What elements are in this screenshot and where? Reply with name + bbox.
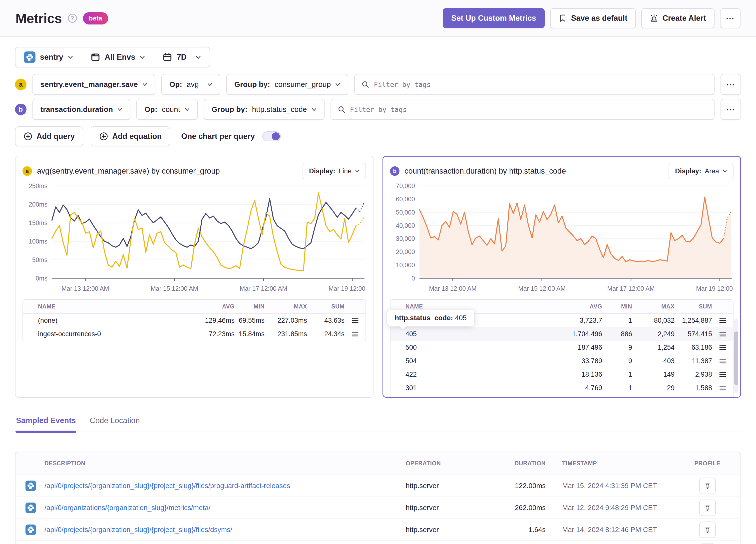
series-max: 80,032: [632, 317, 675, 324]
summary-row[interactable]: 4051,704.4968862,249574,415: [390, 327, 733, 341]
profile-button[interactable]: [699, 478, 716, 494]
query-b-more-button[interactable]: ⋯: [721, 99, 741, 120]
series-max: 227.03ms: [265, 317, 307, 324]
profile-icon: [704, 526, 711, 534]
row-menu-button[interactable]: [712, 331, 733, 337]
summary-row[interactable]: 3014.7691291,588: [390, 381, 733, 395]
series-name: 504: [405, 357, 542, 365]
row-menu-icon: [719, 372, 726, 377]
metric-select-a[interactable]: sentry.event_manager.save: [32, 74, 155, 95]
environment-value: All Envs: [105, 53, 135, 62]
page-header: Metrics ? beta Set Up Custom Metrics Sav…: [0, 0, 756, 37]
chevron-down-icon: [142, 83, 147, 86]
summary-table-a: NAMEAVGMINMAXSUM(none)129.46ms69.55ms227…: [22, 299, 366, 341]
one-chart-per-query-toggle[interactable]: [262, 131, 281, 141]
add-equation-button[interactable]: Add equation: [91, 126, 170, 146]
chart-title-b: count(transaction.duration) by http.stat…: [404, 167, 566, 176]
row-menu-button[interactable]: [712, 385, 733, 391]
series-max: 34: [632, 398, 675, 398]
summary-row[interactable]: ingest-occurrences-072.23ms15.84ms231.85…: [23, 327, 366, 341]
row-menu-icon: [719, 385, 726, 391]
event-description-link[interactable]: /api/0/projects/{organization_slug}/{pro…: [44, 526, 406, 534]
row-menu-icon: [719, 318, 726, 323]
groupby-select-b[interactable]: Group by: http.status_code: [204, 99, 324, 120]
date-range-selector[interactable]: 7D: [154, 47, 210, 67]
tab-code-location[interactable]: Code Location: [89, 416, 140, 432]
chevron-down-icon: [335, 83, 340, 86]
row-menu-button[interactable]: [712, 345, 733, 350]
row-menu-button[interactable]: [345, 318, 366, 323]
row-menu-button[interactable]: [712, 358, 733, 364]
svg-text:70,000: 70,000: [396, 182, 415, 189]
save-as-default-button[interactable]: Save as default: [550, 8, 636, 28]
summary-row[interactable]: 50433.789940311,387: [390, 354, 733, 368]
project-selector[interactable]: sentry: [15, 47, 82, 67]
row-menu-button[interactable]: [712, 372, 733, 377]
event-operation: http.server: [406, 482, 499, 490]
event-operation: http.server: [406, 504, 499, 512]
summary-row[interactable]: 5026.904134863: [390, 395, 733, 398]
svg-text:30,000: 30,000: [396, 235, 415, 242]
profile-icon: [704, 482, 711, 490]
series-sum: 63,186: [675, 344, 712, 351]
sampled-events-table: DESCRIPTIONOPERATIONDURATIONTIMESTAMPPRO…: [15, 452, 741, 544]
table-scrollbar-thumb[interactable]: [734, 331, 738, 385]
event-duration: 122.00ms: [499, 482, 546, 490]
create-alert-button[interactable]: Create Alert: [641, 8, 715, 28]
series-avg: 18.136: [542, 371, 602, 378]
op-select-b[interactable]: Op: count: [136, 99, 198, 120]
row-menu-button[interactable]: [345, 331, 366, 337]
line-chart[interactable]: 0ms50ms100ms150ms200ms250msMar 13 12:00 …: [22, 181, 366, 294]
event-row: /api/0/projects/{organization_slug}/{pro…: [15, 519, 741, 541]
area-chart[interactable]: 010,00020,00030,00040,00050,00060,00070,…: [390, 181, 734, 294]
display-select-a[interactable]: Display: Line: [303, 163, 366, 179]
summary-row[interactable]: 500187.49691,25463,186: [390, 341, 733, 354]
metric-select-b[interactable]: transaction.duration: [32, 99, 130, 120]
add-query-button[interactable]: Add query: [15, 126, 83, 146]
profile-button[interactable]: [699, 522, 716, 538]
svg-text:50,000: 50,000: [396, 209, 415, 216]
display-select-b[interactable]: Display: Area: [669, 163, 734, 179]
series-max: 2,249: [632, 330, 675, 338]
series-avg: 72.23ms: [175, 330, 235, 338]
svg-text:100ms: 100ms: [29, 238, 47, 245]
event-description-link[interactable]: /api/0/organizations/{organization_slug}…: [44, 504, 406, 512]
help-icon[interactable]: ?: [68, 14, 77, 23]
row-menu-button[interactable]: [712, 318, 733, 323]
profile-icon: [704, 504, 711, 512]
row-menu-icon: [352, 331, 359, 337]
event-timestamp: Mar 14, 2024 8:12:46 PM CET: [546, 526, 684, 534]
op-select-a[interactable]: Op: avg: [161, 74, 220, 95]
chevron-down-icon: [68, 55, 73, 59]
chart-panel-a[interactable]: a avg(sentry.event_manager.save) by cons…: [15, 156, 374, 398]
series-avg: 6.904: [542, 398, 602, 398]
event-row: /api/0/projects/{organization_slug}/{pro…: [15, 475, 741, 497]
series-min: 9: [602, 344, 632, 351]
svg-text:Mar 15 12:00 AM: Mar 15 12:00 AM: [518, 285, 566, 292]
python-icon: [25, 503, 36, 513]
header-more-button[interactable]: ⋯: [720, 8, 741, 28]
svg-text:Mar 17 12:00 AM: Mar 17 12:00 AM: [607, 285, 655, 292]
chevron-down-icon: [723, 170, 727, 173]
series-max: 1,254: [632, 344, 675, 351]
profile-button[interactable]: [699, 500, 716, 516]
chevron-down-icon: [355, 170, 360, 173]
event-description-link[interactable]: /api/0/projects/{organization_slug}/{pro…: [44, 482, 406, 490]
environment-selector[interactable]: All Envs: [82, 47, 154, 67]
chart-panel-b[interactable]: b count(transaction.duration) by http.st…: [382, 156, 741, 398]
groupby-select-a[interactable]: Group by: consumer_group: [226, 74, 348, 95]
events-table-header: DESCRIPTIONOPERATIONDURATIONTIMESTAMPPRO…: [15, 452, 741, 475]
series-sum: 1,588: [675, 384, 712, 392]
python-icon: [25, 525, 36, 535]
tab-sampled-events[interactable]: Sampled Events: [15, 416, 76, 432]
svg-text:20,000: 20,000: [396, 248, 415, 255]
setup-custom-metrics-button[interactable]: Set Up Custom Metrics: [443, 8, 544, 28]
summary-row[interactable]: 42218.13611492,938: [390, 368, 733, 381]
query-a-more-button[interactable]: ⋯: [721, 74, 741, 95]
tag-filter-input-a[interactable]: [374, 81, 708, 88]
series-avg: 187.496: [542, 344, 602, 351]
tag-filter-input-b[interactable]: [350, 106, 708, 113]
summary-row[interactable]: (none)129.46ms69.55ms227.03ms43.63s: [23, 314, 366, 327]
row-menu-icon: [719, 331, 726, 337]
series-min: 1: [602, 398, 632, 398]
